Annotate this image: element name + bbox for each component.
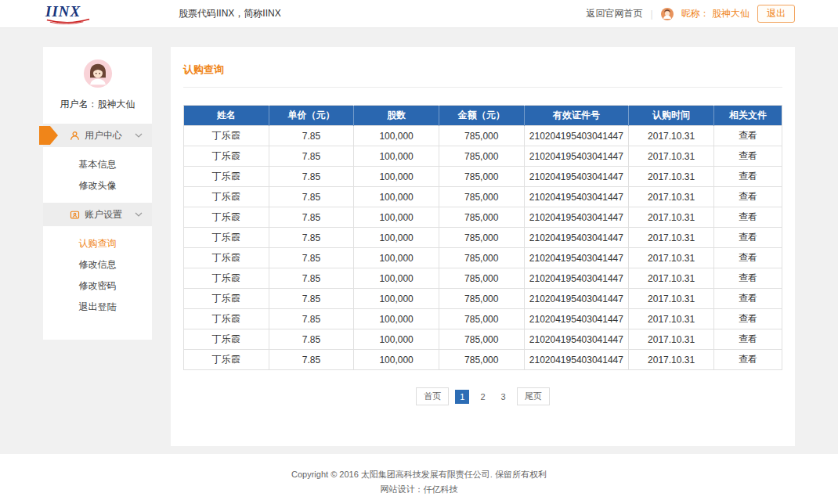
table-cell: 7.85 [269, 350, 354, 370]
pagination-first-button[interactable]: 首页 [416, 387, 449, 405]
separator: | [651, 9, 653, 20]
view-file-link[interactable]: 查看 [739, 354, 757, 365]
sidebar-section-account-settings[interactable]: 账户设置 [43, 203, 152, 226]
related-file-cell: 查看 [713, 126, 782, 146]
column-header: 单价（元） [269, 106, 354, 126]
view-file-link[interactable]: 查看 [739, 313, 757, 324]
view-file-link[interactable]: 查看 [739, 150, 757, 161]
pagination: 首页 1 2 3 尾页 [183, 387, 782, 405]
active-section-arrow-icon [39, 126, 58, 145]
table-cell: 785,000 [439, 329, 524, 350]
view-file-link[interactable]: 查看 [739, 333, 757, 344]
table-cell: 100,000 [354, 268, 439, 289]
sidebar-item-change-avatar[interactable]: 修改头像 [43, 175, 152, 196]
table-cell: 210204195403041447 [524, 329, 629, 350]
top-bar-right: 返回官网首页 | 昵称： 股神大仙 退出 [587, 5, 795, 23]
pagination-page-1[interactable]: 1 [455, 390, 469, 404]
related-file-cell: 查看 [713, 350, 782, 370]
table-cell: 2017.10.31 [629, 126, 714, 146]
table-cell: 210204195403041447 [524, 228, 629, 248]
user-icon [70, 131, 80, 141]
content-area: 用户名：股神大仙 用户中心 基本信息 修改头像 [0, 28, 838, 454]
table-header-row: 姓名单价（元）股数金额（元）有效证件号认购时间相关文件 [184, 106, 782, 126]
view-file-link[interactable]: 查看 [739, 232, 757, 243]
table-cell: 100,000 [354, 126, 439, 146]
table-cell: 丁乐霞 [184, 268, 269, 289]
table-cell: 7.85 [269, 329, 354, 350]
table-cell: 785,000 [439, 350, 524, 370]
chevron-down-icon [135, 133, 143, 138]
related-file-cell: 查看 [713, 146, 782, 167]
related-file-cell: 查看 [713, 207, 782, 228]
footer: Copyright © 2016 太阳集团高科技发展有限责任公司. 保留所有权利… [0, 454, 838, 504]
logo-swoosh-icon [45, 18, 91, 24]
sidebar-item-subscription-query[interactable]: 认购查询 [43, 233, 152, 254]
username-label: 用户名：股神大仙 [43, 98, 152, 111]
table-cell: 210204195403041447 [524, 289, 629, 309]
sidebar-item-change-password[interactable]: 修改密码 [43, 275, 152, 297]
table-cell: 785,000 [439, 146, 524, 167]
table-cell: 100,000 [354, 167, 439, 187]
table-cell: 2017.10.31 [629, 167, 714, 187]
related-file-cell: 查看 [713, 187, 782, 207]
view-file-link[interactable]: 查看 [739, 252, 757, 263]
section-label: 账户设置 [85, 208, 122, 221]
logo[interactable]: IINX [45, 4, 100, 24]
related-file-cell: 查看 [713, 167, 782, 187]
table-cell: 100,000 [354, 228, 439, 248]
main-content: 认购查询 姓名单价（元）股数金额（元）有效证件号认购时间相关文件 丁乐霞7.85… [171, 47, 795, 446]
table-cell: 2017.10.31 [629, 248, 714, 268]
table-cell: 100,000 [354, 309, 439, 329]
view-file-link[interactable]: 查看 [739, 171, 757, 182]
table-cell: 100,000 [354, 350, 439, 370]
table-cell: 210204195403041447 [524, 350, 629, 370]
table-cell: 2017.10.31 [629, 350, 714, 370]
table-cell: 210204195403041447 [524, 167, 629, 187]
sidebar-item-modify-info[interactable]: 修改信息 [43, 254, 152, 275]
table-row: 丁乐霞7.85100,000785,0002102041954030414472… [184, 126, 782, 146]
table-cell: 7.85 [269, 187, 354, 207]
user-avatar [83, 59, 113, 88]
table-cell: 2017.10.31 [629, 268, 714, 289]
sidebar-item-logout[interactable]: 退出登陆 [43, 297, 152, 318]
table-cell: 2017.10.31 [629, 289, 714, 309]
pagination-last-button[interactable]: 尾页 [517, 387, 550, 405]
chevron-down-icon [135, 212, 143, 217]
table-cell: 785,000 [439, 268, 524, 289]
table-cell: 2017.10.31 [629, 228, 714, 248]
table-row: 丁乐霞7.85100,000785,0002102041954030414472… [184, 248, 782, 268]
logo-text: IINX [45, 4, 100, 19]
table-cell: 785,000 [439, 289, 524, 309]
view-file-link[interactable]: 查看 [739, 191, 757, 202]
sidebar-section-user-center[interactable]: 用户中心 [43, 124, 152, 147]
view-file-link[interactable]: 查看 [739, 130, 757, 141]
table-cell: 785,000 [439, 207, 524, 228]
sidebar-item-basic-info[interactable]: 基本信息 [43, 154, 152, 175]
pagination-page-3[interactable]: 3 [497, 390, 511, 404]
pagination-page-2[interactable]: 2 [475, 390, 489, 404]
view-file-link[interactable]: 查看 [739, 293, 757, 304]
table-row: 丁乐霞7.85100,000785,0002102041954030414472… [184, 309, 782, 329]
table-cell: 100,000 [354, 329, 439, 350]
logout-button[interactable]: 退出 [757, 5, 795, 23]
column-header: 相关文件 [713, 106, 782, 126]
view-file-link[interactable]: 查看 [739, 211, 757, 222]
table-cell: 785,000 [439, 167, 524, 187]
table-cell: 785,000 [439, 126, 524, 146]
return-home-link[interactable]: 返回官网首页 [587, 7, 643, 20]
section-label: 用户中心 [85, 129, 122, 142]
table-row: 丁乐霞7.85100,000785,0002102041954030414472… [184, 187, 782, 207]
view-file-link[interactable]: 查看 [739, 272, 757, 283]
table-row: 丁乐霞7.85100,000785,0002102041954030414472… [184, 268, 782, 289]
table-cell: 7.85 [269, 167, 354, 187]
table-cell: 210204195403041447 [524, 146, 629, 167]
related-file-cell: 查看 [713, 268, 782, 289]
table-cell: 丁乐霞 [184, 167, 269, 187]
table-cell: 7.85 [269, 228, 354, 248]
stock-code-label: 股票代码IINX，简称IINX [179, 7, 281, 20]
table-row: 丁乐霞7.85100,000785,0002102041954030414472… [184, 207, 782, 228]
table-cell: 2017.10.31 [629, 187, 714, 207]
table-row: 丁乐霞7.85100,000785,0002102041954030414472… [184, 146, 782, 167]
sidebar: 用户名：股神大仙 用户中心 基本信息 修改头像 [43, 47, 152, 340]
avatar-container [43, 59, 152, 88]
